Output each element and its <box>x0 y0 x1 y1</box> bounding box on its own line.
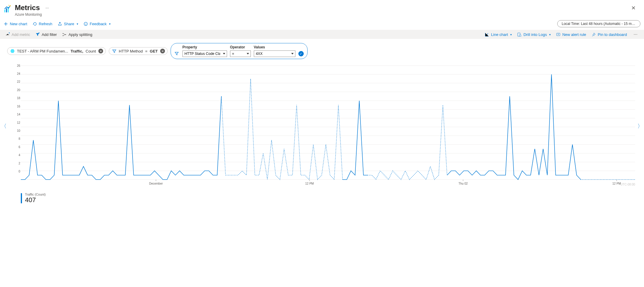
plus-icon <box>4 22 8 26</box>
drill-logs-button[interactable]: Drill into Logs ▾ <box>517 32 551 37</box>
chevron-down-icon: ▾ <box>510 33 512 36</box>
chart-svg <box>21 64 635 188</box>
svg-point-3 <box>10 5 11 7</box>
y-tick-label: 20 <box>17 88 20 91</box>
legend-series-name: Traffic (Count) <box>25 193 46 196</box>
chart-prev-button[interactable]: 〈 <box>1 123 7 130</box>
filter-pill-row: TEST - ARM PM Fundamen... Traffic, Count… <box>0 39 644 61</box>
resource-icon <box>10 49 15 53</box>
add-metric-button[interactable]: Add metric <box>5 32 30 37</box>
x-axis-labels: December12 PMThu 0212 PM <box>21 182 635 186</box>
share-label: Share <box>64 22 74 26</box>
svg-point-6 <box>85 23 86 24</box>
filter-dim: HTTP Method <box>119 49 143 53</box>
filter-val: GET <box>150 49 158 53</box>
funnel-icon <box>112 49 116 53</box>
legend-value: 407 <box>25 196 46 204</box>
metric-agg: Count <box>86 49 96 53</box>
metric-resource: TEST - ARM PM Fundamen... <box>17 49 68 53</box>
header-text: Metrics Azure Monitoring <box>15 4 42 17</box>
svg-rect-0 <box>4 9 5 12</box>
new-chart-button[interactable]: New chart <box>4 22 27 26</box>
svg-point-4 <box>8 5 9 6</box>
property-column: Property <box>182 45 227 57</box>
feedback-label: Feedback <box>90 22 107 26</box>
share-icon <box>58 22 62 26</box>
funnel-icon <box>174 51 179 56</box>
chart-type-button[interactable]: Line chart ▾ <box>485 32 512 37</box>
page-title: Metrics <box>15 4 42 12</box>
y-tick-label: 2 <box>18 161 20 165</box>
logs-icon <box>517 32 522 37</box>
y-tick-label: 0 <box>18 170 20 173</box>
x-tick-label: December <box>149 182 163 185</box>
more-options-button[interactable]: ··· <box>632 32 639 37</box>
timezone-label: UTC-08:00 <box>621 183 635 186</box>
top-toolbar: New chart Refresh Share ▾ Feedback ▾ Loc… <box>0 18 644 30</box>
new-alert-label: New alert rule <box>562 32 586 37</box>
pin-label: Pin to dashboard <box>598 32 627 37</box>
apply-splitting-label: Apply splitting <box>68 32 92 37</box>
page-header: Metrics Azure Monitoring ··· ✕ <box>0 0 644 18</box>
alert-icon <box>556 32 560 37</box>
close-button[interactable]: ✕ <box>629 4 638 12</box>
y-tick-label: 10 <box>17 129 20 132</box>
operator-label: Operator <box>230 45 251 49</box>
chart-type-label: Line chart <box>491 32 508 37</box>
values-select[interactable] <box>254 50 295 57</box>
split-icon <box>62 32 67 37</box>
x-tick-label: Thu 02 <box>459 182 468 185</box>
y-tick-label: 12 <box>17 121 20 124</box>
feedback-icon <box>84 22 88 26</box>
x-tick-label: 12 PM <box>612 182 621 185</box>
svg-point-5 <box>84 22 87 25</box>
x-tick-label: 12 PM <box>305 182 314 185</box>
svg-rect-1 <box>6 8 7 12</box>
metrics-icon <box>4 5 12 13</box>
new-alert-button[interactable]: New alert rule <box>556 32 586 37</box>
remove-filter-button[interactable]: ✕ <box>160 49 165 53</box>
chevron-down-icon: ▾ <box>549 33 551 36</box>
add-filter-label: Add filter <box>42 32 57 37</box>
property-select[interactable] <box>182 50 227 57</box>
values-label: Values <box>254 45 295 49</box>
add-filter-button[interactable]: Add filter <box>35 32 57 37</box>
values-column: Values <box>254 45 295 57</box>
y-tick-label: 24 <box>17 72 20 75</box>
remove-metric-button[interactable]: ✕ <box>98 49 103 53</box>
y-tick-label: 22 <box>17 80 20 83</box>
y-tick-label: 16 <box>17 104 20 108</box>
time-range-picker[interactable]: Local Time: Last 48 hours (Automatic - 1… <box>557 20 640 27</box>
add-metric-icon <box>5 32 10 37</box>
share-button[interactable]: Share ▾ <box>58 22 78 26</box>
y-tick-label: 18 <box>17 96 20 100</box>
add-metric-label: Add metric <box>12 32 30 37</box>
y-tick-label: 14 <box>17 113 20 116</box>
legend-color-bar <box>21 193 22 203</box>
pin-icon <box>591 32 596 37</box>
chart-next-button[interactable]: 〉 <box>637 123 643 130</box>
more-button[interactable]: ··· <box>45 5 49 10</box>
apply-splitting-button[interactable]: Apply splitting <box>62 32 92 37</box>
new-chart-label: New chart <box>10 22 27 26</box>
y-tick-label: 8 <box>18 137 20 140</box>
metric-pill[interactable]: TEST - ARM PM Fundamen... Traffic, Count… <box>7 47 106 55</box>
line-chart-icon <box>485 32 489 37</box>
svg-point-7 <box>86 23 86 24</box>
operator-select[interactable] <box>230 50 251 57</box>
filter-op: = <box>145 49 147 53</box>
y-tick-label: 4 <box>18 153 20 157</box>
refresh-button[interactable]: Refresh <box>33 22 53 26</box>
apply-filter-button[interactable]: ✓ <box>298 51 304 56</box>
chart-toolbar: Add metric Add filter Apply splitting Li… <box>0 30 644 39</box>
y-tick-label: 26 <box>17 64 20 67</box>
pin-button[interactable]: Pin to dashboard <box>591 32 627 37</box>
filter-icon <box>35 32 40 37</box>
chevron-down-icon: ▾ <box>109 22 111 26</box>
drill-logs-label: Drill into Logs <box>523 32 547 37</box>
legend-text: Traffic (Count) 407 <box>25 193 46 204</box>
chart-container: 〈 〉 02468101214161820222426 December12 P… <box>0 61 644 191</box>
chart-area[interactable]: 02468101214161820222426 December12 PMThu… <box>21 64 635 188</box>
filter-pill[interactable]: HTTP Method = GET ✕ <box>109 47 168 55</box>
feedback-button[interactable]: Feedback ▾ <box>84 22 111 26</box>
